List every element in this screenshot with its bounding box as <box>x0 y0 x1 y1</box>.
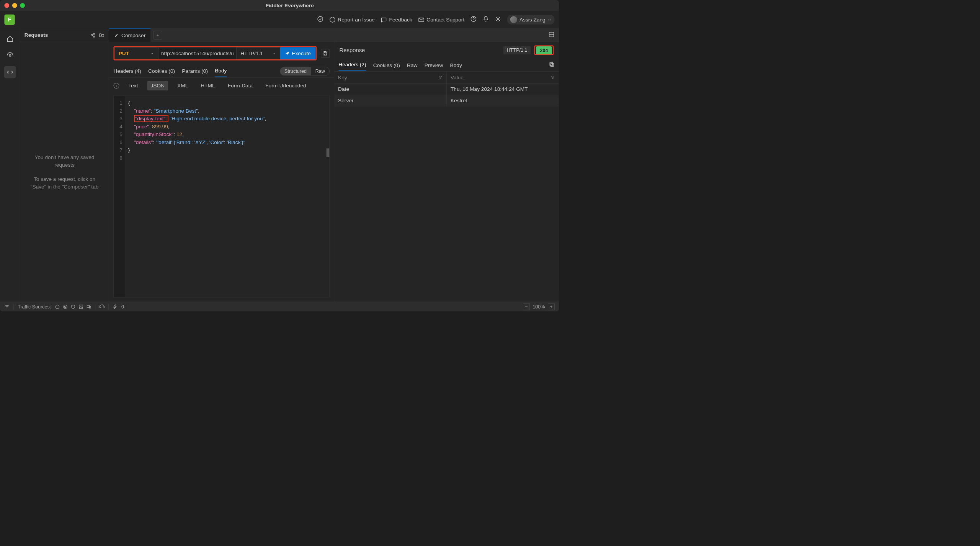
column-value[interactable]: Value <box>447 72 559 84</box>
execute-button[interactable]: Execute <box>280 47 316 59</box>
copy-icon[interactable] <box>549 62 555 69</box>
fmt-xml[interactable]: XML <box>174 81 191 90</box>
svg-point-0 <box>318 16 323 21</box>
view-structured[interactable]: Structured <box>280 67 311 75</box>
table-row[interactable]: Date Thu, 16 May 2024 18:44:24 GMT <box>334 84 559 95</box>
resp-tab-raw[interactable]: Raw <box>407 59 417 71</box>
share-icon[interactable] <box>90 32 95 38</box>
empty-state-text-1: You don't have any saved requests <box>29 153 100 169</box>
report-issue-link[interactable]: Report an Issue <box>330 16 375 23</box>
maximize-window-button[interactable] <box>20 3 25 8</box>
traffic-sources-label: Traffic Sources: <box>18 304 51 310</box>
info-icon[interactable]: i <box>114 83 119 89</box>
resp-tab-preview[interactable]: Preview <box>425 59 443 71</box>
report-issue-label: Report an Issue <box>338 16 375 23</box>
sidebar: Requests You don't have any saved reques… <box>20 28 109 302</box>
zoom-level: 100% <box>532 304 545 310</box>
zoom-out-button[interactable]: − <box>523 303 529 310</box>
statusbar: Traffic Sources: 0 − 100% + <box>0 302 559 312</box>
response-pane: Response HTTP/1.1 204 Headers (2) Cookie… <box>334 42 559 302</box>
feedback-label: Feedback <box>389 16 412 23</box>
cell-value: Kestrel <box>447 95 559 107</box>
devices-icon[interactable] <box>87 304 91 309</box>
close-window-button[interactable] <box>4 3 9 8</box>
tab-composer[interactable]: Composer <box>109 28 150 42</box>
minimize-window-button[interactable] <box>12 3 17 8</box>
subtab-headers[interactable]: Headers (4) <box>114 66 141 77</box>
subtab-params[interactable]: Params (0) <box>182 66 208 77</box>
resp-tab-cookies[interactable]: Cookies (0) <box>373 59 400 71</box>
filter-icon <box>550 75 555 80</box>
chat-icon <box>381 16 387 23</box>
view-toggle: Structured Raw <box>280 67 330 75</box>
resp-tab-headers[interactable]: Headers (2) <box>338 59 366 71</box>
format-tabs: i Text JSON XML HTML Form-Data Form-Urle… <box>109 78 334 93</box>
svg-point-12 <box>56 305 59 308</box>
user-menu[interactable]: Assis Zang <box>507 15 555 24</box>
new-folder-icon[interactable] <box>99 32 105 38</box>
add-tab-button[interactable] <box>154 31 162 39</box>
nav-composer[interactable] <box>4 66 16 78</box>
image-icon[interactable] <box>78 304 83 309</box>
svg-point-4 <box>497 18 499 20</box>
target-icon[interactable] <box>63 304 68 309</box>
tabbar: Composer <box>109 28 559 42</box>
json-editor[interactable]: 12345678 { "name": "Smartphone Best", "d… <box>114 96 330 297</box>
cell-key: Date <box>334 84 447 95</box>
mail-icon <box>418 16 425 23</box>
contact-support-link[interactable]: Contact Support <box>418 16 465 23</box>
execute-label: Execute <box>292 50 310 56</box>
save-button[interactable] <box>321 49 330 58</box>
zoom-in-button[interactable]: + <box>548 303 554 310</box>
status-badge: 204 <box>536 46 552 54</box>
scrollbar-thumb[interactable] <box>326 148 329 157</box>
traffic-lights <box>4 3 25 8</box>
fmt-html[interactable]: HTML <box>197 81 219 90</box>
app-logo: F <box>4 14 15 25</box>
column-key[interactable]: Key <box>334 72 447 84</box>
settings-icon[interactable] <box>495 16 501 23</box>
chevron-down-icon <box>150 51 154 55</box>
response-table-header: Key Value <box>334 72 559 84</box>
response-subtabs: Headers (2) Cookies (0) Raw Preview Body <box>334 59 559 72</box>
topbar: F Report an Issue Feedback Contact Suppo… <box>0 11 559 29</box>
help-icon[interactable] <box>470 16 477 23</box>
svg-point-5 <box>9 55 11 57</box>
fmt-formdata[interactable]: Form-Data <box>224 81 256 90</box>
response-title: Response <box>340 47 365 54</box>
svg-rect-11 <box>550 62 552 65</box>
response-protocol: HTTP/1.1 <box>503 46 531 54</box>
chevron-down-icon <box>547 18 551 21</box>
cloud-icon[interactable] <box>99 304 105 310</box>
svg-point-14 <box>64 306 66 307</box>
view-raw[interactable]: Raw <box>311 67 329 75</box>
shield-icon[interactable] <box>71 304 76 309</box>
subtab-body[interactable]: Body <box>215 65 227 77</box>
status-indicator-icon[interactable] <box>317 16 323 23</box>
fmt-text[interactable]: Text <box>125 81 141 90</box>
url-input[interactable] <box>158 47 237 59</box>
nav-home[interactable] <box>4 33 16 45</box>
method-select[interactable]: PUT <box>114 47 158 59</box>
table-row[interactable]: Server Kestrel <box>334 95 559 107</box>
svg-point-13 <box>64 305 67 308</box>
titlebar: Fiddler Everywhere <box>0 0 559 11</box>
tab-label: Composer <box>121 32 145 38</box>
fmt-formurl[interactable]: Form-Urlencoded <box>262 81 310 90</box>
request-pane: PUT HTTP/1.1 Execute <box>109 42 334 302</box>
nav-live[interactable] <box>4 49 16 62</box>
panel-layout-toggle[interactable] <box>549 31 555 39</box>
filter-icon <box>438 75 442 80</box>
browser-icon[interactable] <box>55 304 60 309</box>
fmt-json[interactable]: JSON <box>147 81 168 90</box>
github-icon <box>330 16 336 23</box>
cell-value: Thu, 16 May 2024 18:44:24 GMT <box>447 84 559 95</box>
notifications-icon[interactable] <box>483 16 489 23</box>
resp-tab-body[interactable]: Body <box>450 59 462 71</box>
subtab-cookies[interactable]: Cookies (0) <box>148 66 175 77</box>
send-icon <box>285 51 290 56</box>
wifi-icon <box>4 304 10 310</box>
protocol-select[interactable]: HTTP/1.1 <box>237 47 280 59</box>
bolt-icon <box>113 304 118 309</box>
feedback-link[interactable]: Feedback <box>381 16 412 23</box>
